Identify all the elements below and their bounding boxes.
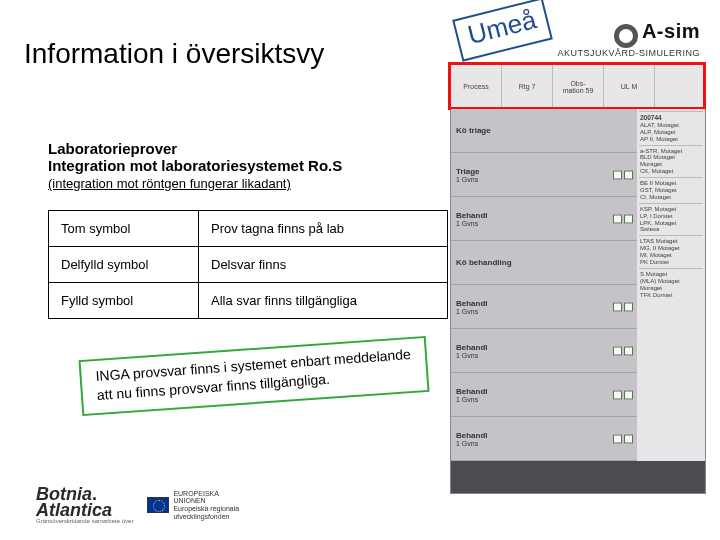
lab-result-block: BE II Motaget GST, Motaget CI, Motaget: [639, 177, 703, 203]
green-note-box: INGA provsvar finns i systemet enbart me…: [78, 336, 429, 416]
screenshot-main-column: Kö triage Triage 1 Gvns Behandl 1 Gvns K…: [451, 109, 637, 461]
asim-tagline: AKUTSJUKVÅRD-SIMULERING: [557, 48, 700, 58]
symbol-table: Tom symbol Prov tagna finns på lab Delfy…: [48, 210, 448, 319]
asim-logo: A-sim AKUTSJUKVÅRD-SIMULERING: [557, 20, 700, 58]
lab-result-block: LTAS Motaget MG, II Motaget MI, Motaget …: [639, 235, 703, 268]
lab-integration-note: (integration mot röntgen fungerar likada…: [48, 176, 448, 191]
tab-extra[interactable]: [655, 65, 705, 108]
symbol-desc: Prov tagna finns på lab: [199, 211, 448, 247]
table-row: Fylld symbol Alla svar finns tillgänglig…: [49, 283, 448, 319]
tab-obs[interactable]: Obs-mation 59: [553, 65, 604, 108]
queue-row[interactable]: Behandl 1 Gvns: [451, 417, 637, 461]
tab-process[interactable]: Process: [451, 65, 502, 108]
queue-row[interactable]: Behandl 1 Gvns: [451, 285, 637, 329]
row-status-icons: [613, 214, 633, 223]
row-status-icons: [613, 390, 633, 399]
lab-result-block: S Motaget (MLA) Motaget Moraget TFK Dors…: [639, 268, 703, 301]
queue-row[interactable]: Triage 1 Gvns: [451, 153, 637, 197]
row-status-icons: [613, 302, 633, 311]
symbol-desc: Alla svar finns tillgängliga: [199, 283, 448, 319]
tab-ulm[interactable]: UL M: [604, 65, 655, 108]
asim-ring-icon: [614, 24, 638, 48]
symbol-label: Fylld symbol: [49, 283, 199, 319]
footer-logos: Botnia. Atlantica Gränsöverskridande sam…: [36, 486, 239, 524]
queue-row[interactable]: Behandl 1 Gvns: [451, 329, 637, 373]
botnia-atlantica-logo: Botnia. Atlantica Gränsöverskridande sam…: [36, 486, 133, 524]
screenshot-footer-bar: [451, 461, 705, 493]
table-row: Tom symbol Prov tagna finns på lab: [49, 211, 448, 247]
screenshot-tabs: Process Rtg 7 Obs-mation 59 UL M: [451, 65, 705, 109]
lab-result-block: a-STR, Motaget BLD Motaget Moraget CK, M…: [639, 145, 703, 178]
lab-result-block: KSP, Motaget LP, I Dorstet LPK, Motaget …: [639, 203, 703, 236]
lab-result-block: 200744 ALAT, Motaget ALP, Motaget AP II,…: [639, 111, 703, 145]
eu-flag-icon: [147, 497, 169, 513]
symbol-label: Delfylld symbol: [49, 247, 199, 283]
screenshot-side-panel: 200744 ALAT, Motaget ALP, Motaget AP II,…: [637, 109, 705, 461]
lab-heading: Laboratorieprover: [48, 140, 448, 157]
row-status-icons: [613, 346, 633, 355]
asim-brand: A-sim: [642, 20, 700, 42]
page-title: Information i översiktsvy: [24, 38, 324, 70]
lab-subheading: Integration mot laboratoriesystemet Ro.S: [48, 157, 448, 174]
table-row: Delfylld symbol Delsvar finns: [49, 247, 448, 283]
queue-row[interactable]: Kö triage: [451, 109, 637, 153]
app-screenshot: Process Rtg 7 Obs-mation 59 UL M Kö tria…: [450, 64, 706, 494]
stamp-umea: Umeå: [452, 0, 553, 62]
screenshot-body: Kö triage Triage 1 Gvns Behandl 1 Gvns K…: [451, 109, 705, 461]
symbol-label: Tom symbol: [49, 211, 199, 247]
queue-row[interactable]: Kö behandling: [451, 241, 637, 285]
eu-logo: EUROPEISKA UNIONEN Europeiska regionala …: [147, 490, 239, 521]
tab-rtg[interactable]: Rtg 7: [502, 65, 553, 108]
row-status-icons: [613, 170, 633, 179]
queue-row[interactable]: Behandl 1 Gvns: [451, 373, 637, 417]
row-status-icons: [613, 434, 633, 443]
lab-section: Laboratorieprover Integration mot labora…: [48, 140, 448, 191]
queue-row[interactable]: Behandl 1 Gvns: [451, 197, 637, 241]
symbol-desc: Delsvar finns: [199, 247, 448, 283]
